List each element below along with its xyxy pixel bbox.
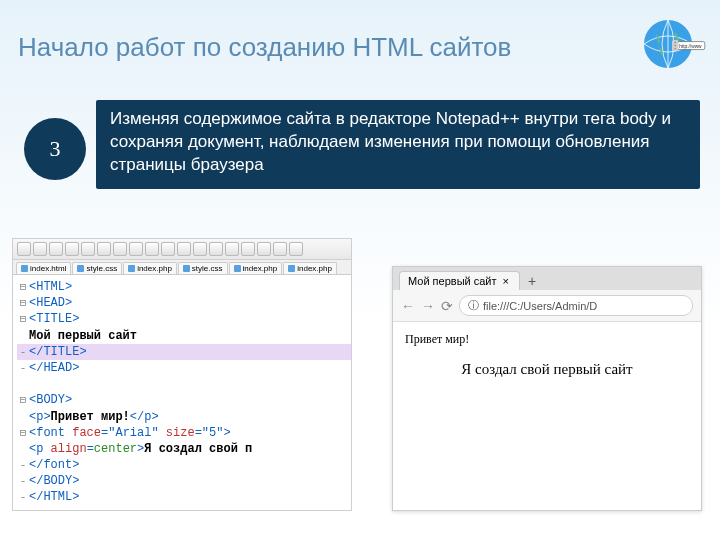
slide-title: Начало работ по созданию HTML сайтов <box>18 32 511 63</box>
toolbar-button[interactable] <box>33 242 47 256</box>
toolbar-button[interactable] <box>241 242 255 256</box>
toolbar-button[interactable] <box>209 242 223 256</box>
code-line: -</HEAD> <box>17 360 351 376</box>
code-line: ⊟<HEAD> <box>17 295 351 311</box>
svg-point-5 <box>674 45 676 47</box>
code-line: <p align=center>Я создал свой п <box>17 441 351 457</box>
toolbar-button[interactable] <box>289 242 303 256</box>
code-line <box>17 376 351 392</box>
toolbar-button[interactable] <box>273 242 287 256</box>
editor-tab-bar: index.htmlstyle.cssindex.phpstyle.cssind… <box>13 260 351 275</box>
code-editor: index.htmlstyle.cssindex.phpstyle.cssind… <box>12 238 352 511</box>
step-row: 3 Изменяя содержимое сайта в редакторе N… <box>24 100 700 189</box>
step-number-badge: 3 <box>24 118 86 180</box>
url-field[interactable]: ⓘ file:///C:/Users/Admin/D <box>459 295 693 316</box>
toolbar-button[interactable] <box>65 242 79 256</box>
toolbar-button[interactable] <box>145 242 159 256</box>
toolbar-button[interactable] <box>177 242 191 256</box>
toolbar-button[interactable] <box>257 242 271 256</box>
code-area: ⊟<HTML>⊟<HEAD>⊟<TITLE> Мой первый сайт-<… <box>13 275 351 510</box>
new-tab-button[interactable]: + <box>524 273 540 289</box>
toolbar-button[interactable] <box>161 242 175 256</box>
browser-viewport: Привет мир! Я создал свой первый сайт <box>393 322 701 408</box>
code-line: -</TITLE> <box>17 344 351 360</box>
svg-point-4 <box>674 42 676 44</box>
globe-logo: http://www <box>628 8 708 88</box>
editor-tab[interactable]: index.html <box>16 262 71 274</box>
toolbar-button[interactable] <box>113 242 127 256</box>
toolbar-button[interactable] <box>49 242 63 256</box>
toolbar-button[interactable] <box>193 242 207 256</box>
editor-tab[interactable]: index.php <box>283 262 337 274</box>
browser-tab-strip: Мой первый сайт × + <box>393 267 701 290</box>
editor-tab[interactable]: index.php <box>123 262 177 274</box>
back-icon[interactable]: ← <box>401 298 415 314</box>
reload-icon[interactable]: ⟳ <box>441 298 453 314</box>
code-line: -</font> <box>17 457 351 473</box>
code-line: <p>Привет мир!</p> <box>17 409 351 425</box>
globe-tag-text: http://www <box>679 44 702 49</box>
page-paragraph-2: Я создал свой первый сайт <box>405 361 689 378</box>
editor-tab[interactable]: style.css <box>178 262 228 274</box>
code-line: -</HTML> <box>17 489 351 505</box>
toolbar-button[interactable] <box>17 242 31 256</box>
editor-tab[interactable]: style.css <box>72 262 122 274</box>
code-line: ⊟<BODY> <box>17 392 351 408</box>
url-text: file:///C:/Users/Admin/D <box>483 300 597 312</box>
browser-address-bar: ← → ⟳ ⓘ file:///C:/Users/Admin/D <box>393 290 701 322</box>
editor-tab[interactable]: index.php <box>229 262 283 274</box>
close-icon[interactable]: × <box>503 275 509 287</box>
forward-icon[interactable]: → <box>421 298 435 314</box>
browser-tab[interactable]: Мой первый сайт × <box>399 271 520 290</box>
page-paragraph-1: Привет мир! <box>405 332 689 347</box>
browser-window: Мой первый сайт × + ← → ⟳ ⓘ file:///C:/U… <box>392 266 702 511</box>
code-line: ⊟<TITLE> <box>17 311 351 327</box>
code-line: -</BODY> <box>17 473 351 489</box>
code-line: Мой первый сайт <box>17 328 351 344</box>
toolbar-button[interactable] <box>81 242 95 256</box>
toolbar-button[interactable] <box>97 242 111 256</box>
browser-tab-title: Мой первый сайт <box>408 275 497 287</box>
toolbar-button[interactable] <box>225 242 239 256</box>
svg-point-6 <box>674 48 676 50</box>
code-line: ⊟<font face="Arial" size="5"> <box>17 425 351 441</box>
editor-toolbar <box>13 239 351 260</box>
code-line: ⊟<HTML> <box>17 279 351 295</box>
toolbar-button[interactable] <box>129 242 143 256</box>
step-description: Изменяя содержимое сайта в редакторе Not… <box>96 100 700 189</box>
info-icon: ⓘ <box>468 298 479 313</box>
